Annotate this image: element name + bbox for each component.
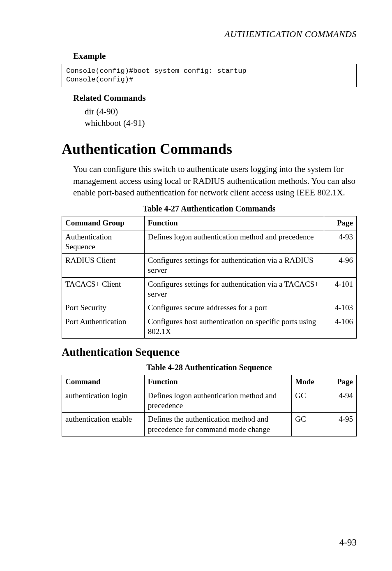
related-commands-list: dir (4-90) whichboot (4-91) [85, 106, 357, 129]
col-header-function: Function [144, 375, 292, 389]
cell-function: Defines logon authentication method and … [144, 389, 292, 413]
table-row: RADIUS Client Configures settings for au… [62, 254, 357, 278]
running-header: AUTHENTICATION COMMANDS [62, 29, 357, 39]
page-number: 4-93 [339, 537, 357, 548]
col-header-command: Command [62, 375, 145, 389]
cell-command: authentication enable [62, 413, 145, 436]
cell-page: 4-96 [324, 254, 357, 278]
table-header-row: Command Function Mode Page [62, 375, 357, 389]
intro-paragraph: You can configure this switch to authent… [73, 163, 357, 198]
section-title: Authentication Commands [62, 140, 357, 158]
table-row: authentication enable Defines the authen… [62, 413, 357, 436]
cell-mode: GC [292, 413, 324, 436]
cell-command-group: TACACS+ Client [62, 277, 145, 301]
table-27: Command Group Function Page Authenticati… [62, 216, 357, 339]
cell-command-group: RADIUS Client [62, 254, 145, 278]
cell-page: 4-95 [324, 413, 357, 436]
cell-page: 4-93 [324, 230, 357, 254]
running-header-text: AUTHENTICATION COMMANDS [224, 29, 357, 39]
related-commands-heading: Related Commands [73, 93, 357, 103]
col-header-page: Page [324, 375, 357, 389]
cell-command: authentication login [62, 389, 145, 413]
cell-function: Configures settings for authentication v… [144, 277, 324, 301]
subsection-title: Authentication Sequence [62, 346, 357, 359]
cell-page: 4-103 [324, 301, 357, 315]
cell-command-group: Port Security [62, 301, 145, 315]
col-header-mode: Mode [292, 375, 324, 389]
cell-command-group: Port Authentication [62, 315, 145, 339]
table-row: Authentication Sequence Defines logon au… [62, 230, 357, 254]
cell-page: 4-106 [324, 315, 357, 339]
cell-page: 4-94 [324, 389, 357, 413]
page-container: AUTHENTICATION COMMANDS Example Console(… [0, 0, 392, 571]
related-item: dir (4-90) [85, 106, 357, 117]
cell-command-group: Authentication Sequence [62, 230, 145, 254]
table-27-caption: Table 4-27 Authentication Commands [62, 204, 357, 214]
table-header-row: Command Group Function Page [62, 216, 357, 230]
cell-mode: GC [292, 389, 324, 413]
table-row: authentication login Defines logon authe… [62, 389, 357, 413]
table-row: Port Security Configures secure addresse… [62, 301, 357, 315]
cell-function: Defines the authentication method and pr… [144, 413, 292, 436]
related-item: whichboot (4-91) [85, 117, 357, 129]
cell-function: Configures secure addresses for a port [144, 301, 324, 315]
col-header-page: Page [324, 216, 357, 230]
example-heading: Example [73, 51, 357, 61]
table-row: Port Authentication Configures host auth… [62, 315, 357, 339]
table-row: TACACS+ Client Configures settings for a… [62, 277, 357, 301]
col-header-function: Function [144, 216, 324, 230]
table-28-caption: Table 4-28 Authentication Sequence [62, 363, 357, 372]
table-28: Command Function Mode Page authenticatio… [62, 375, 357, 436]
col-header-command-group: Command Group [62, 216, 145, 230]
cell-function: Configures settings for authentication v… [144, 254, 324, 278]
cell-page: 4-101 [324, 277, 357, 301]
example-code-block: Console(config)#boot system config: star… [62, 64, 357, 87]
cell-function: Defines logon authentication method and … [144, 230, 324, 254]
cell-function: Configures host authentication on specif… [144, 315, 324, 339]
